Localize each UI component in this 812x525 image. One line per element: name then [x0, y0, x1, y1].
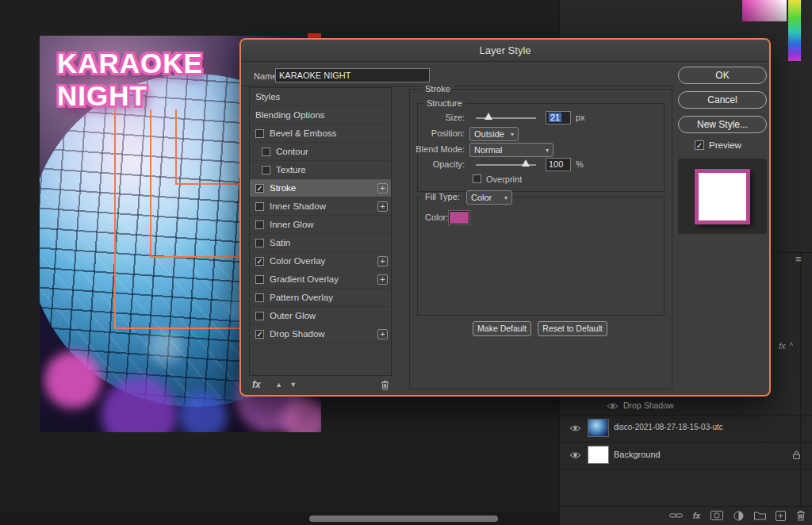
- new-layer-icon[interactable]: [776, 511, 786, 521]
- size-slider[interactable]: [476, 113, 536, 123]
- color-picker-hue-strip[interactable]: [788, 0, 801, 61]
- layer-mask-icon[interactable]: [710, 511, 723, 520]
- preview-checkbox[interactable]: ✓: [695, 140, 704, 150]
- color-picker-saturation[interactable]: [742, 0, 787, 21]
- position-label: Position:: [416, 127, 465, 140]
- move-effect-down-button[interactable]: ▼: [286, 381, 301, 389]
- styles-list: StylesBlending OptionsBevel & EmbossCont…: [249, 87, 392, 376]
- layer-row-background[interactable]: Background: [560, 443, 812, 469]
- style-item-satin[interactable]: Satin: [250, 234, 391, 252]
- dialog-titlebar[interactable]: Layer Style: [241, 40, 769, 62]
- cancel-button[interactable]: Cancel: [678, 91, 767, 109]
- new-group-icon[interactable]: [754, 511, 766, 520]
- eye-icon[interactable]: [569, 424, 581, 432]
- opacity-unit: %: [576, 159, 584, 169]
- style-item-label: Blending Options: [255, 110, 325, 120]
- style-checkbox[interactable]: [262, 148, 270, 156]
- opacity-label: Opacity:: [416, 158, 465, 171]
- add-effect-button[interactable]: +: [377, 329, 388, 339]
- fx-menu-button[interactable]: fx: [252, 379, 261, 390]
- fill-type-label: Fill Type:: [422, 192, 463, 202]
- style-checkbox[interactable]: [255, 275, 264, 284]
- style-item-blending-options[interactable]: Blending Options: [250, 106, 391, 125]
- style-checkbox[interactable]: [255, 220, 264, 229]
- style-checkbox[interactable]: [255, 312, 264, 320]
- annotation-line: [114, 109, 116, 329]
- style-item-stroke[interactable]: ✓Stroke+: [250, 179, 391, 197]
- link-layers-icon[interactable]: [669, 512, 683, 519]
- annotation-line: [114, 328, 243, 329]
- style-item-outer-glow[interactable]: Outer Glow: [250, 307, 391, 325]
- position-dropdown[interactable]: Outside▾: [469, 127, 519, 141]
- style-item-bevel-emboss[interactable]: Bevel & Emboss: [250, 125, 391, 143]
- style-checkbox[interactable]: ✓: [255, 257, 264, 266]
- blend-mode-dropdown[interactable]: Normal▾: [469, 143, 553, 157]
- styles-list-toolbar: fx ▲ ▼: [249, 377, 392, 392]
- style-item-inner-glow[interactable]: Inner Glow: [250, 216, 391, 234]
- move-effect-up-button[interactable]: ▲: [272, 381, 286, 389]
- style-item-styles[interactable]: Styles: [250, 88, 391, 106]
- canvas-text-layer: KARAOKE NIGHT: [57, 47, 203, 112]
- style-preview-area: [678, 159, 767, 234]
- eye-icon[interactable]: [607, 402, 619, 410]
- delete-layer-icon[interactable]: [796, 510, 806, 521]
- opacity-slider[interactable]: [476, 160, 536, 170]
- style-checkbox[interactable]: [255, 129, 264, 138]
- canvas-text-line1: KARAOKE: [57, 47, 203, 79]
- layer-row-disco[interactable]: disco-2021-08-27-18-15-03-utc: [560, 416, 812, 442]
- horizontal-scrollbar[interactable]: [0, 512, 559, 525]
- style-item-inner-shadow[interactable]: Inner Shadow+: [250, 197, 391, 216]
- annotation-line: [175, 183, 243, 185]
- layers-toolbar: fx: [669, 508, 806, 523]
- layer-style-fx-icon[interactable]: fx: [693, 511, 701, 520]
- new-style-button[interactable]: New Style...: [678, 116, 767, 133]
- opacity-value-field[interactable]: 100: [546, 158, 571, 171]
- style-item-label: Pattern Overlay: [270, 293, 333, 302]
- style-item-label: Styles: [255, 92, 280, 102]
- style-checkbox[interactable]: ✓: [255, 184, 264, 193]
- ok-button[interactable]: OK: [678, 67, 767, 84]
- layer-thumbnail[interactable]: [588, 419, 609, 437]
- layer-name: disco-2021-08-27-18-15-03-utc: [614, 423, 723, 431]
- style-item-drop-shadow[interactable]: ✓Drop Shadow+: [250, 325, 391, 343]
- style-checkbox[interactable]: ✓: [255, 330, 264, 339]
- style-item-label: Contour: [276, 147, 308, 156]
- delete-effect-icon[interactable]: [381, 380, 389, 390]
- add-effect-button[interactable]: +: [377, 274, 388, 285]
- adjustment-layer-icon[interactable]: [733, 511, 744, 521]
- fill-type-dropdown[interactable]: Color▾: [466, 190, 512, 205]
- add-effect-button[interactable]: +: [377, 183, 388, 194]
- slider-thumb[interactable]: [485, 113, 492, 120]
- reset-default-button[interactable]: Reset to Default: [538, 321, 607, 336]
- make-default-button[interactable]: Make Default: [473, 321, 531, 336]
- layer-fx-collapse[interactable]: fx^: [779, 341, 793, 351]
- style-item-pattern-overlay[interactable]: Pattern Overlay: [250, 289, 391, 307]
- style-checkbox[interactable]: [255, 239, 264, 247]
- overprint-label: Overprint: [486, 174, 522, 184]
- layer-name-input[interactable]: [275, 68, 430, 82]
- style-item-contour[interactable]: Contour: [250, 143, 391, 161]
- style-item-label: Gradient Overlay: [270, 274, 339, 284]
- style-item-texture[interactable]: Texture: [250, 161, 391, 179]
- overprint-checkbox[interactable]: [473, 174, 481, 183]
- structure-legend: Structure: [423, 98, 465, 109]
- lock-icon[interactable]: [792, 450, 801, 460]
- layer-thumbnail[interactable]: [588, 446, 609, 464]
- slider-thumb[interactable]: [522, 159, 530, 167]
- scrollbar-thumb[interactable]: [309, 515, 498, 522]
- panel-menu-icon[interactable]: ≡: [795, 253, 802, 265]
- style-checkbox[interactable]: [255, 293, 264, 302]
- add-effect-button[interactable]: +: [377, 256, 388, 266]
- size-value-field[interactable]: 21: [546, 111, 571, 125]
- effect-row-drop-shadow[interactable]: Drop Shadow: [560, 397, 812, 415]
- style-item-gradient-overlay[interactable]: Gradient Overlay+: [250, 270, 391, 289]
- opacity-value: 100: [549, 159, 563, 169]
- style-checkbox[interactable]: [255, 202, 264, 211]
- fx-label: fx: [779, 341, 786, 351]
- add-effect-button[interactable]: +: [377, 201, 388, 212]
- style-item-color-overlay[interactable]: ✓Color Overlay+: [250, 252, 391, 270]
- chevron-down-icon: ▾: [504, 194, 508, 201]
- eye-icon[interactable]: [569, 451, 581, 459]
- style-checkbox[interactable]: [262, 166, 270, 174]
- stroke-color-swatch[interactable]: [449, 211, 469, 224]
